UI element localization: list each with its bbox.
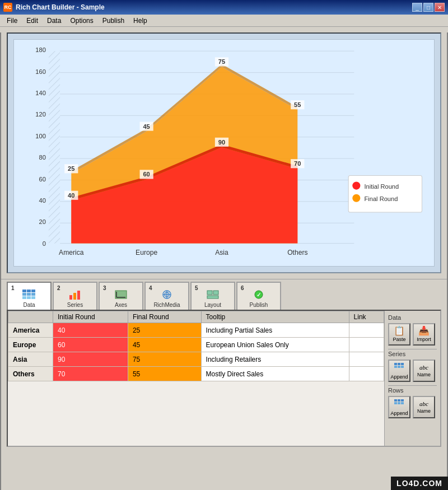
tab-data[interactable]: 1 Data xyxy=(7,282,52,310)
row-europe-final[interactable]: 45 xyxy=(128,338,201,352)
paste-icon: 📋 xyxy=(394,326,405,335)
svg-rect-72 xyxy=(213,291,218,295)
svg-rect-55 xyxy=(22,293,26,296)
tab-layout-icon xyxy=(206,290,220,301)
row-asia-tooltip[interactable]: Including Retailers xyxy=(201,352,349,367)
menu-bar: File Edit Data Options Publish Help xyxy=(0,15,448,27)
tab-publish-icon: ✓ xyxy=(252,290,265,301)
svg-text:Initial Round: Initial Round xyxy=(364,183,399,190)
svg-rect-77 xyxy=(398,363,400,365)
svg-rect-61 xyxy=(69,295,72,300)
svg-text:Asia: Asia xyxy=(215,249,228,256)
app-icon: RC xyxy=(3,3,12,12)
svg-rect-76 xyxy=(394,363,397,365)
svg-text:75: 75 xyxy=(218,58,225,65)
svg-text:120: 120 xyxy=(35,111,46,118)
row-others-final[interactable]: 55 xyxy=(128,367,201,381)
rows-name-label: Name xyxy=(417,408,431,414)
tab-layout-label: Layout xyxy=(204,302,221,308)
row-europe-link[interactable] xyxy=(349,338,384,352)
rows-name-button[interactable]: abc Name xyxy=(413,396,435,418)
svg-rect-62 xyxy=(73,293,76,300)
row-america-link[interactable] xyxy=(349,323,384,338)
close-button[interactable]: ✕ xyxy=(435,3,445,12)
row-america-initial[interactable]: 40 xyxy=(53,323,128,338)
tab-axes-label: Axes xyxy=(115,302,127,308)
panel-series-title: Series xyxy=(388,351,437,357)
menu-publish[interactable]: Publish xyxy=(98,16,129,26)
row-others-tooltip[interactable]: Mostly Direct Sales xyxy=(201,367,349,381)
row-asia-link[interactable] xyxy=(349,352,384,367)
svg-rect-73 xyxy=(207,296,218,298)
tab-data-label: Data xyxy=(23,302,35,308)
tab-layout[interactable]: 5 Layout xyxy=(190,282,235,310)
row-europe-initial[interactable]: 60 xyxy=(53,338,128,352)
menu-edit[interactable]: Edit xyxy=(22,16,43,26)
rows-name-icon: abc xyxy=(419,401,428,407)
series-name-button[interactable]: abc Name xyxy=(413,360,435,382)
rows-append-button[interactable]: Append xyxy=(388,396,410,418)
svg-text:70: 70 xyxy=(294,160,301,167)
svg-rect-71 xyxy=(207,291,212,295)
chart-svg: 0 20 40 60 80 100 120 140 160 180 xyxy=(14,40,434,266)
data-panel: Initial Round Final Round Tooltip Link A… xyxy=(7,310,441,447)
maximize-button[interactable]: □ xyxy=(423,3,433,12)
svg-text:0: 0 xyxy=(43,240,46,247)
tab-publish[interactable]: 6 ✓ Publish xyxy=(236,282,281,310)
tab-publish-label: Publish xyxy=(250,302,268,308)
import-icon: 📥 xyxy=(418,326,430,335)
row-others-link[interactable] xyxy=(349,367,384,381)
menu-options[interactable]: Options xyxy=(66,16,97,26)
svg-text:140: 140 xyxy=(35,90,46,96)
tab-3-number: 3 xyxy=(103,285,106,291)
svg-text:40: 40 xyxy=(39,197,45,204)
svg-text:100: 100 xyxy=(35,133,46,139)
svg-rect-81 xyxy=(401,366,404,368)
menu-help[interactable]: Help xyxy=(129,16,152,26)
svg-rect-86 xyxy=(398,402,400,404)
tab-2-number: 2 xyxy=(57,285,60,291)
row-asia-final[interactable]: 75 xyxy=(128,352,201,367)
tab-series-icon xyxy=(68,290,82,301)
row-europe-tooltip[interactable]: European Union Sales Only xyxy=(201,338,349,352)
tab-6-number: 6 xyxy=(241,285,244,291)
import-button[interactable]: 📥 Import xyxy=(413,323,435,346)
svg-text:55: 55 xyxy=(294,101,301,108)
tab-series[interactable]: 2 Series xyxy=(53,282,97,310)
svg-rect-79 xyxy=(394,366,397,368)
paste-button[interactable]: 📋 Paste xyxy=(388,323,410,346)
col-header-initial: Initial Round xyxy=(53,311,128,323)
title-controls[interactable]: _ □ ✕ xyxy=(412,3,445,12)
svg-text:180: 180 xyxy=(35,46,46,53)
tab-richmedia-label: RichMedia xyxy=(153,302,180,308)
tab-4-number: 4 xyxy=(149,285,152,291)
menu-file[interactable]: File xyxy=(2,16,22,26)
menu-data[interactable]: Data xyxy=(43,16,66,26)
row-others-label: Others xyxy=(8,367,53,381)
col-header-link: Link xyxy=(349,311,384,323)
row-asia-initial[interactable]: 90 xyxy=(53,352,128,367)
tab-richmedia-icon xyxy=(160,290,174,301)
tab-axes[interactable]: 3 Axes xyxy=(99,282,143,310)
panel-section-rows: Rows Appen xyxy=(388,387,437,418)
chart-area: 0 20 40 60 80 100 120 140 160 180 xyxy=(13,39,435,267)
svg-rect-87 xyxy=(401,402,404,404)
panel-data-buttons: 📋 Paste 📥 Import xyxy=(388,323,437,346)
tab-richmedia[interactable]: 4 RichMedia xyxy=(144,282,189,310)
row-america-final[interactable]: 25 xyxy=(128,323,201,338)
svg-text:Europe: Europe xyxy=(136,249,157,256)
divider-2 xyxy=(388,385,437,386)
svg-rect-58 xyxy=(22,296,26,299)
rows-append-icon xyxy=(394,399,405,409)
panel-section-series: Series App xyxy=(388,351,437,382)
svg-rect-53 xyxy=(27,290,31,292)
series-append-button[interactable]: Append xyxy=(388,360,410,382)
svg-rect-2 xyxy=(49,51,60,243)
svg-text:Final Round: Final Round xyxy=(364,195,398,202)
svg-text:25: 25 xyxy=(68,165,74,172)
svg-rect-80 xyxy=(398,366,400,368)
minimize-button[interactable]: _ xyxy=(412,3,422,12)
row-others-initial[interactable]: 70 xyxy=(53,367,128,381)
row-america-tooltip[interactable]: Including Partial Sales xyxy=(201,323,349,338)
svg-text:America: America xyxy=(59,249,84,256)
